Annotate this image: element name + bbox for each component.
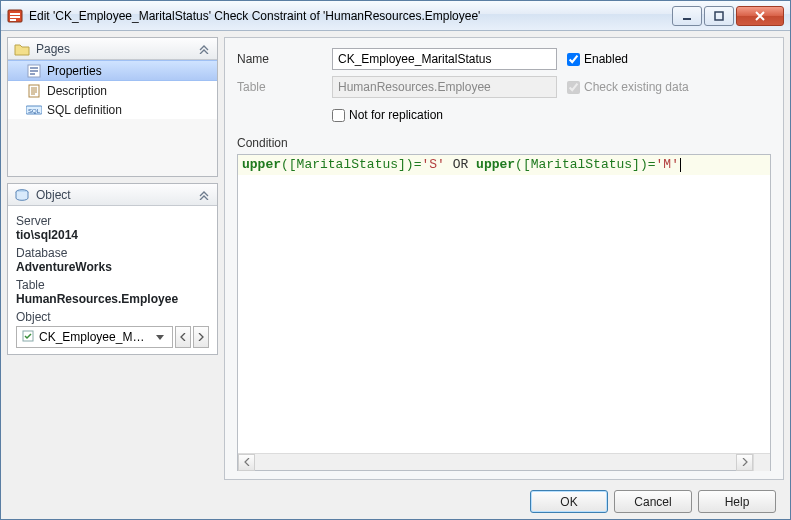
svg-rect-9 — [30, 73, 35, 75]
tree-item-label: Description — [47, 84, 107, 98]
titlebar: Edit 'CK_Employee_MaritalStatus' Check C… — [1, 1, 790, 31]
table-input — [332, 76, 557, 98]
svg-rect-3 — [10, 19, 16, 21]
name-input[interactable] — [332, 48, 557, 70]
table-label: Table — [237, 80, 322, 94]
svg-rect-7 — [30, 67, 38, 69]
collapse-icon[interactable] — [197, 42, 211, 56]
code-token: upper — [476, 157, 515, 172]
svg-rect-10 — [29, 85, 39, 97]
tree-item-description[interactable]: Description — [8, 81, 217, 100]
editor-body[interactable]: upper([MaritalStatus])='S' OR upper([Mar… — [238, 155, 770, 453]
pages-panel-icon — [14, 41, 30, 57]
svg-rect-2 — [10, 16, 20, 18]
tree-item-sql-definition[interactable]: SQL SQL definition — [8, 100, 217, 119]
tree-item-label: SQL definition — [47, 103, 122, 117]
check-existing-label: Check existing data — [584, 80, 689, 94]
dialog-buttons: OK Cancel Help — [7, 480, 784, 513]
code-token: 'S' — [421, 157, 444, 172]
svg-rect-4 — [683, 18, 691, 20]
code-token: ([MaritalStatus])= — [281, 157, 421, 172]
code-token: upper — [242, 157, 281, 172]
code-token: 'M' — [656, 157, 679, 172]
code-token: ([MaritalStatus])= — [515, 157, 655, 172]
text-caret — [680, 158, 681, 172]
check-existing-checkbox — [567, 81, 580, 94]
scroll-corner — [753, 454, 770, 471]
object-selector-value: CK_Employee_MaritalSt… — [39, 330, 148, 344]
object-label: Object — [16, 310, 209, 324]
tree-item-properties[interactable]: Properties — [8, 60, 217, 81]
object-panel-header[interactable]: Object — [8, 184, 217, 206]
svg-rect-1 — [10, 13, 20, 15]
object-panel-icon — [14, 187, 30, 203]
pages-panel: Pages Properties — [7, 37, 218, 177]
enabled-checkbox[interactable] — [567, 53, 580, 66]
condition-editor[interactable]: upper([MaritalStatus])='S' OR upper([Mar… — [237, 154, 771, 471]
pages-tree: Properties Description SQL — [8, 60, 217, 119]
name-label: Name — [237, 52, 322, 66]
sql-icon: SQL — [26, 102, 42, 118]
app-icon — [7, 8, 23, 24]
code-token: OR — [445, 157, 476, 172]
minimize-button[interactable] — [672, 6, 702, 26]
maximize-button[interactable] — [704, 6, 734, 26]
nav-prev-button[interactable] — [175, 326, 191, 348]
dialog-body: Pages Properties — [1, 31, 790, 519]
object-selector[interactable]: CK_Employee_MaritalSt… — [16, 326, 173, 348]
server-label: Server — [16, 214, 209, 228]
object-panel: Object Server tio\sql2014 Database Adven… — [7, 183, 218, 355]
tree-item-label: Properties — [47, 64, 102, 78]
properties-pane: Name Enabled Table Check existing data — [224, 37, 784, 480]
server-value: tio\sql2014 — [16, 228, 209, 242]
table-row: Table Check existing data — [237, 76, 771, 98]
help-button[interactable]: Help — [698, 490, 776, 513]
not-for-replication-label: Not for replication — [349, 108, 443, 122]
check-existing-wrap: Check existing data — [567, 80, 689, 94]
database-value: AdventureWorks — [16, 260, 209, 274]
pages-panel-title: Pages — [36, 42, 191, 56]
left-column: Pages Properties — [7, 37, 218, 480]
not-for-replication-checkbox[interactable] — [332, 109, 345, 122]
name-row: Name Enabled — [237, 48, 771, 70]
enabled-label: Enabled — [584, 52, 628, 66]
condition-label: Condition — [237, 136, 771, 150]
svg-rect-8 — [30, 70, 38, 72]
table-value: HumanResources.Employee — [16, 292, 209, 306]
description-icon — [26, 83, 42, 99]
window-controls — [672, 6, 784, 26]
enabled-checkbox-wrap[interactable]: Enabled — [567, 52, 628, 66]
svg-text:SQL: SQL — [28, 107, 41, 113]
horizontal-scrollbar[interactable] — [238, 453, 770, 470]
dropdown-icon[interactable] — [152, 327, 168, 347]
database-label: Database — [16, 246, 209, 260]
properties-icon — [26, 63, 42, 79]
object-panel-title: Object — [36, 188, 191, 202]
object-panel-body: Server tio\sql2014 Database AdventureWor… — [8, 206, 217, 354]
dialog-window: Edit 'CK_Employee_MaritalStatus' Check C… — [0, 0, 791, 520]
scroll-left-icon[interactable] — [238, 454, 255, 471]
pages-panel-header[interactable]: Pages — [8, 38, 217, 60]
replication-row: Not for replication — [237, 104, 771, 126]
collapse-icon[interactable] — [197, 188, 211, 202]
not-for-replication-wrap[interactable]: Not for replication — [332, 108, 443, 122]
constraint-icon — [21, 329, 35, 346]
table-label: Table — [16, 278, 209, 292]
window-title: Edit 'CK_Employee_MaritalStatus' Check C… — [29, 9, 672, 23]
scroll-right-icon[interactable] — [736, 454, 753, 471]
object-selector-row: CK_Employee_MaritalSt… — [16, 326, 209, 348]
code-line[interactable]: upper([MaritalStatus])='S' OR upper([Mar… — [238, 155, 770, 175]
ok-button[interactable]: OK — [530, 490, 608, 513]
close-button[interactable] — [736, 6, 784, 26]
svg-rect-5 — [715, 12, 723, 20]
nav-next-button[interactable] — [193, 326, 209, 348]
cancel-button[interactable]: Cancel — [614, 490, 692, 513]
main-row: Pages Properties — [7, 37, 784, 480]
